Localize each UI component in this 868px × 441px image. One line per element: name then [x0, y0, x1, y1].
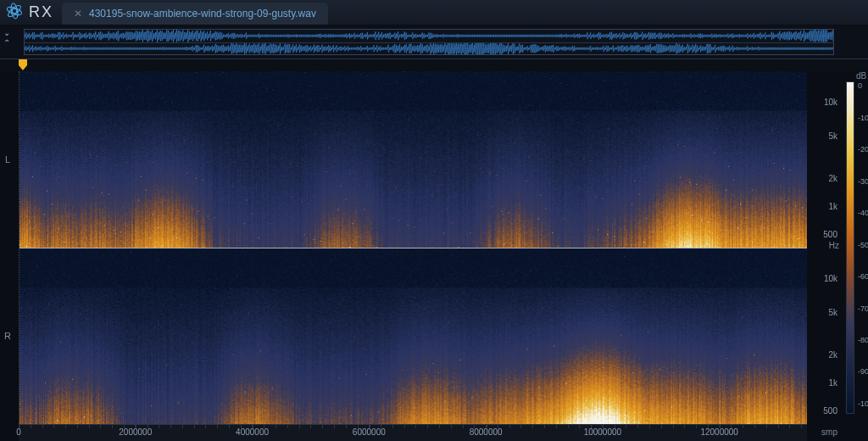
playhead-marker-icon[interactable] — [19, 59, 27, 71]
timeline-ruler[interactable] — [0, 59, 868, 71]
db-tick: -50 — [858, 241, 868, 249]
title-bar: RX ✕ 430195-snow-ambience-wind-strong-09… — [0, 0, 868, 25]
db-tick: 0 — [858, 81, 862, 90]
db-gradient-icon — [846, 81, 854, 414]
channel-labels: L R — [0, 71, 15, 424]
chevron-down-icon[interactable]: ⌄ — [3, 29, 10, 37]
app-root: RX ✕ 430195-snow-ambience-wind-strong-09… — [0, 0, 868, 441]
freq-tick: 5k — [828, 131, 837, 141]
db-tick: -60 — [858, 272, 868, 281]
time-axis-unit: smp — [821, 427, 837, 437]
close-icon[interactable]: ✕ — [74, 8, 82, 19]
freq-tick: 500 — [823, 406, 837, 416]
channel-label-right: R — [0, 248, 15, 424]
freq-tick: 1k — [828, 202, 837, 211]
file-tab[interactable]: ✕ 430195-snow-ambience-wind-strong-09-gu… — [62, 3, 328, 25]
overview-waveform[interactable] — [24, 29, 834, 55]
time-axis: smp 020000004000000600000080000001000000… — [19, 424, 807, 441]
frequency-axis-unit: Hz — [829, 241, 839, 250]
freq-tick: 10k — [824, 274, 837, 283]
db-color-scale: dB 0-10-20-30-40-50-60-70-80-90-100 — [841, 71, 868, 424]
svg-point-0 — [12, 8, 17, 14]
freq-tick: 500 — [823, 230, 837, 239]
time-tick: 2000000 — [119, 427, 152, 437]
overview-toggle-group: ⌄ ⌃ — [3, 29, 10, 47]
db-tick: -100 — [858, 399, 868, 408]
spectrogram-canvas-column[interactable] — [19, 71, 807, 424]
logo-swirl-icon — [5, 2, 24, 24]
spectrogram-right-channel[interactable] — [19, 248, 807, 425]
time-tick: 8000000 — [470, 427, 503, 437]
db-tick: -30 — [858, 177, 868, 186]
db-tick: -80 — [858, 336, 868, 344]
app-logo: RX — [0, 0, 62, 25]
overview-strip[interactable]: ⌄ ⌃ — [0, 25, 868, 59]
db-tick: -40 — [858, 209, 868, 217]
file-tab-label: 430195-snow-ambience-wind-strong-09-gust… — [89, 8, 316, 20]
db-scale-unit: dB — [856, 71, 866, 81]
freq-tick: 5k — [828, 308, 837, 317]
time-tick: 12000000 — [700, 427, 738, 437]
db-tick: -10 — [858, 114, 868, 122]
freq-tick: 2k — [828, 350, 837, 360]
freq-tick: 2k — [828, 174, 837, 183]
frequency-axis: Hz 10k5k2k1k50010k5k2k1k500 — [807, 71, 841, 424]
spectrogram-left-channel[interactable] — [19, 71, 807, 248]
chevron-up-icon[interactable]: ⌃ — [3, 39, 10, 47]
db-tick: -20 — [858, 145, 868, 154]
freq-tick: 10k — [824, 98, 837, 107]
db-tick: -90 — [858, 367, 868, 376]
time-tick: 10000000 — [584, 427, 622, 437]
db-tick: -70 — [858, 304, 868, 313]
app-brand-text: RX — [29, 3, 53, 21]
time-tick: 6000000 — [353, 427, 386, 437]
freq-tick: 1k — [828, 378, 837, 388]
time-tick: 4000000 — [236, 427, 269, 437]
time-tick: 0 — [16, 427, 21, 437]
channel-label-left: L — [0, 71, 15, 248]
spectrogram-area: L R Hz 10k5k2k1k50010k5k2k1k500 dB 0-10-… — [0, 71, 868, 424]
